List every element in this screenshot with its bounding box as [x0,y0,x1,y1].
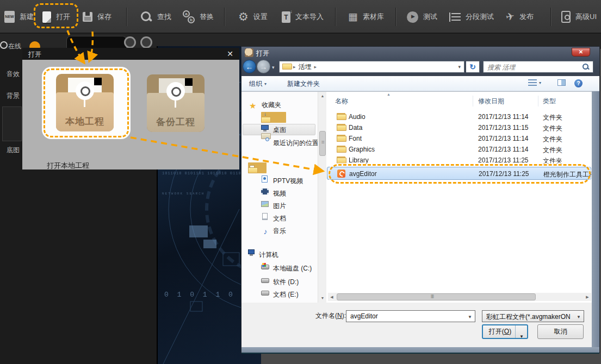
forward-button[interactable]: → [257,60,270,73]
material-library-button[interactable]: ▦ 素材库 [348,8,384,26]
desktop-icon [261,126,270,134]
dialog-content: ★ 收藏夹 ↓ 下载 桌面 最近访问的位置 库 [241,91,599,303]
address-bar[interactable]: ▸ 活埋 ▸ ▾ [279,61,464,73]
film-icon [261,190,270,197]
record-button-icon-2[interactable] [140,36,152,48]
drive-icon [261,291,270,298]
text-import-button[interactable]: ↓T 文本导入 [282,8,324,26]
nav-item-documents[interactable]: 文档 [261,213,286,224]
open-dialog-title: 打开 [28,50,41,59]
nav-scrollbar[interactable]: ▲ ▼ [318,92,326,303]
address-dropdown-icon[interactable]: ▾ [458,64,461,70]
views-icon [528,79,537,86]
save-label: 保存 [97,12,111,22]
advanced-ui-label: 高级UI [575,12,597,22]
replace-label: 替换 [200,12,214,22]
nav-item-downloads[interactable]: ↓ 下载 [261,112,286,123]
filename-value: avgEditor [350,312,378,320]
back-button[interactable]: ← [243,60,256,73]
segment-test-button[interactable]: 分段测试 [451,8,494,26]
document-icon [261,215,270,222]
list-horizontal-scrollbar[interactable]: ◀ ▶ [328,293,591,301]
local-project-tile[interactable]: 本地工程 [44,68,129,137]
file-row-avgeditor-selected[interactable]: avgEditor 2017/12/13 11:25 橙光制作工具工程 [327,167,591,180]
window-frame-right [592,91,599,347]
nav-item-drive-e[interactable]: 文档 (E:) [261,289,299,300]
file-row-library[interactable]: Library 2017/12/13 11:25 文件夹 [327,155,592,166]
nav-group-computer[interactable]: 计算机 [247,249,278,260]
record-button-icon[interactable] [124,36,136,48]
nav-group-libraries[interactable]: 库 [248,162,267,173]
close-button[interactable]: ✕ [572,48,590,57]
sidebar-panel-sound[interactable]: 音效 [7,70,20,79]
file-open-dialog: 打开 ✕ ← → ▾ ▸ 活埋 ▸ ▾ ↻ 搜索 活埋 [241,46,600,353]
folder-icon [337,146,345,153]
column-name[interactable]: 名称 [335,97,348,106]
save-button[interactable]: 保存 [83,8,111,26]
breadcrumb-folder[interactable]: 活埋 [299,62,312,72]
settings-button[interactable]: ⚙ 设置 [238,8,268,26]
folder-icon [337,135,345,142]
background-thumbnail[interactable] [2,106,22,141]
refresh-button[interactable]: ↻ [466,61,480,73]
new-folder-button[interactable]: 新建文件夹 [287,79,320,89]
scroll-left-icon[interactable]: ◀ [328,293,336,301]
open-dialog-close-icon[interactable]: ✕ [225,49,235,59]
open-file-icon [42,11,51,23]
search-box[interactable]: 搜索 活埋 [483,61,593,73]
breadcrumb-folder-icon [282,63,290,71]
organize-menu[interactable]: 组织 ▾ [249,79,267,89]
gear-icon: ⚙ [238,11,249,23]
sidebar-panel-baseimage[interactable]: 底图 [7,146,20,155]
views-button[interactable]: ▾ [528,79,541,86]
open-dialog-titlebar: 打开 ✕ [22,48,239,60]
history-chevron-icon[interactable]: ▾ [272,65,275,70]
chevron-down-icon[interactable]: ▼ [468,315,472,319]
column-type[interactable]: 类型 [543,97,556,106]
preview-pane-icon [557,79,566,86]
nav-item-music[interactable]: ♪ 音乐 [261,225,286,236]
filename-input[interactable]: avgEditor ▼ [346,310,475,322]
preview-pane-button[interactable] [557,79,566,86]
scrollbar-thumb[interactable] [337,293,536,300]
sidebar-panel-background[interactable]: 背景 [7,91,20,101]
scroll-down-icon[interactable]: ▼ [318,294,327,303]
nav-item-pptv-video[interactable]: PPTV视频 [261,175,303,186]
find-button[interactable]: 查找 [140,8,171,26]
chevron-down-icon[interactable]: ▼ [577,315,581,319]
cancel-button[interactable]: 取消 [537,324,584,339]
publish-button[interactable]: ✈ 发布 [506,8,534,26]
open-split-arrow-icon[interactable]: ▼ [519,330,524,343]
open-button[interactable]: 打开 [42,8,70,26]
nav-group-favorites[interactable]: ★ 收藏夹 [249,99,281,110]
file-row-font[interactable]: Font 2017/12/13 11:14 文件夹 [327,133,592,144]
scroll-right-icon[interactable]: ▶ [584,293,591,301]
save-icon [83,12,92,22]
replace-button[interactable]: ab 替换 [182,8,214,26]
nav-item-recent-places[interactable]: 最近访问的位置 [261,137,319,148]
nav-item-videos[interactable]: 视频 [261,188,286,199]
nav-item-pictures[interactable]: 图片 [261,200,286,211]
column-date-modified[interactable]: 修改日期 [478,97,504,106]
advanced-ui-button[interactable]: 高级UI [561,8,597,26]
file-row-graphics[interactable]: Graphics 2017/12/13 11:14 文件夹 [327,144,592,155]
filetype-select[interactable]: 彩虹工程文件(*.avgmakerON ▼ [482,310,584,322]
scroll-up-icon[interactable]: ▲ [318,92,327,101]
open-confirm-button[interactable]: 打开(O) ▼ [482,324,528,339]
online-label[interactable]: 在线 [8,42,21,51]
binary-texture-text: 1011010 0101101 1011010 0110 [162,171,241,175]
nav-item-local-disk-c[interactable]: 本地磁盘 (C:) [261,263,312,274]
toolbar-separator [395,8,396,26]
text-import-icon: ↓T [282,11,290,23]
help-button[interactable]: ? [574,79,583,87]
nav-item-drive-d[interactable]: 软件 (D:) [261,277,299,287]
breadcrumb-separator-icon[interactable]: ▸ [314,64,317,70]
open-dialog-body: 本地工程 备份工程 打开本地工程 [22,60,239,170]
file-row-audio[interactable]: Audio 2017/12/13 11:14 文件夹 [327,111,592,122]
backup-project-tile[interactable]: 备份工程 [147,74,205,133]
new-button[interactable]: NEW 新建 [4,8,34,26]
scrollbar-thumb[interactable] [319,131,326,156]
test-button[interactable]: ▶ 测试 [407,8,437,26]
file-row-data[interactable]: Data 2017/12/13 11:15 文件夹 [327,122,592,133]
dialog-bottom-bar: 文件名(N): avgEditor ▼ 彩虹工程文件(*.avgmakerON … [241,303,599,347]
